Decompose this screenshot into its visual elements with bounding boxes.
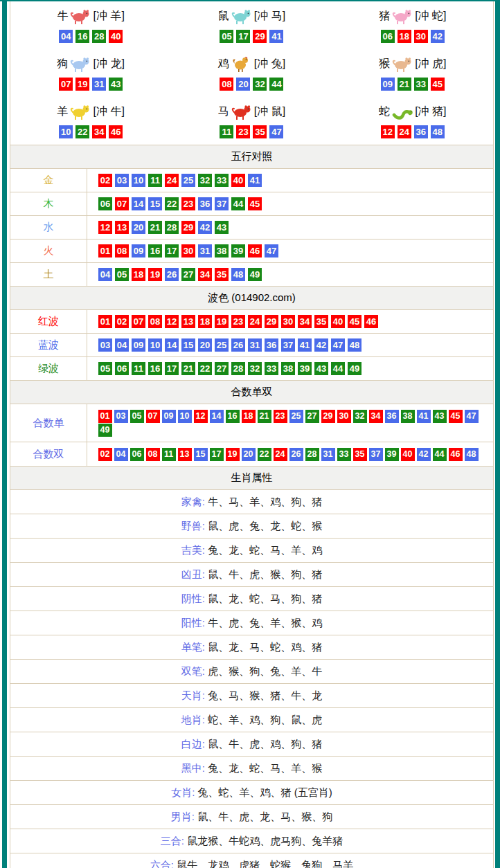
number-box: 30 <box>181 244 195 257</box>
number-box: 43 <box>215 221 229 234</box>
row-numbers: 0204060811131517192022242628313335373940… <box>87 442 493 466</box>
number-box: 10 <box>178 410 192 423</box>
number-box: 04 <box>98 268 112 281</box>
number-box: 10 <box>148 338 162 352</box>
number-box: 16 <box>226 410 240 423</box>
number-box: 23 <box>274 410 287 423</box>
number-box: 29 <box>253 30 267 43</box>
number-box: 16 <box>148 244 162 257</box>
number-box: 40 <box>331 315 345 328</box>
number-box: 46 <box>364 315 378 328</box>
number-box: 39 <box>298 362 312 375</box>
row-label: 金 <box>10 169 87 192</box>
attribute-row: 吉美: 兔、龙、蛇、马、羊、鸡 <box>10 539 493 563</box>
row-label: 合数单 <box>10 404 87 442</box>
number-box: 35 <box>314 315 328 328</box>
bose-rows: 红波0102070812131819232429303435404546蓝波03… <box>10 310 493 380</box>
zodiac-name: 羊 <box>57 105 68 119</box>
zodiac-grid: 牛 [冲 羊]04162840鼠 [冲 马]05172941猪 <box>10 1 493 145</box>
number-box: 25 <box>181 174 195 187</box>
zodiac-numbers: 10223446 <box>10 125 171 138</box>
zodiac-name: 狗 <box>57 57 68 71</box>
row-numbers: 02031011242532334041 <box>87 169 493 192</box>
number-box: 05 <box>115 268 129 281</box>
number-box: 23 <box>231 315 245 328</box>
attribute-label: 阴性: <box>181 593 208 604</box>
number-box: 15 <box>194 448 208 461</box>
number-box: 41 <box>269 30 283 43</box>
number-box: 07 <box>59 78 73 91</box>
number-box: 01 <box>98 410 112 423</box>
number-box: 13 <box>181 315 195 328</box>
row-label: 土 <box>10 263 87 286</box>
number-box: 03 <box>114 410 128 423</box>
zodiac-label: 猪 [冲 蛇] <box>332 2 493 30</box>
number-box: 08 <box>146 448 160 461</box>
number-box: 35 <box>253 125 267 138</box>
number-box: 26 <box>289 448 303 461</box>
number-box: 36 <box>265 338 278 352</box>
number-box: 27 <box>181 268 195 281</box>
number-box: 31 <box>248 338 262 352</box>
attribute-value: 鼠、虎、兔、龙、蛇、猴 <box>208 520 322 532</box>
number-box: 34 <box>369 410 383 423</box>
attribute-label: 三合: <box>161 835 187 847</box>
number-box: 05 <box>220 30 233 43</box>
number-box: 18 <box>198 315 212 328</box>
number-box: 13 <box>178 448 192 461</box>
attribute-value: 蛇、羊、鸡、狗、鼠、虎 <box>208 714 322 725</box>
zodiac-clash: [冲 蛇] <box>415 9 446 24</box>
number-box: 38 <box>401 410 415 423</box>
table-row: 蓝波03040910141520252631363741424748 <box>10 334 493 357</box>
zodiac-label: 猴 [冲 虎] <box>332 50 493 78</box>
number-box: 38 <box>215 244 229 257</box>
zodiac-label: 羊 [冲 牛] <box>10 98 171 125</box>
zodiac-cell-pig: 猪 [冲 蛇]06183042 <box>332 1 493 49</box>
table-row: 绿波05061116172122272832333839434449 <box>10 357 493 380</box>
number-box: 40 <box>401 448 415 461</box>
number-box: 09 <box>132 244 145 257</box>
attribute-value: 虎、猴、狗、兔、羊、牛 <box>208 665 322 677</box>
number-box: 10 <box>132 174 145 187</box>
number-box: 28 <box>92 30 106 43</box>
zodiac-clash: [冲 虎] <box>415 57 446 71</box>
dog-icon <box>70 55 91 73</box>
page-frame-top <box>0 0 500 1</box>
number-box: 14 <box>210 410 224 423</box>
table-row: 木06071415222336374445 <box>10 192 493 216</box>
attribute-value: 兔、马、猴、猪、牛、龙 <box>208 689 322 701</box>
number-box: 30 <box>337 410 351 423</box>
number-box: 39 <box>231 244 245 257</box>
number-box: 21 <box>181 362 195 375</box>
number-box: 29 <box>265 315 278 328</box>
number-box: 02 <box>98 174 112 187</box>
zodiac-label: 牛 [冲 羊] <box>10 2 171 30</box>
number-box: 04 <box>114 448 128 461</box>
table-row: 土04051819262734354849 <box>10 263 493 286</box>
number-box: 18 <box>132 268 145 281</box>
attribute-row: 天肖: 兔、马、猴、猪、牛、龙 <box>10 684 493 708</box>
number-box: 24 <box>274 448 287 461</box>
row-numbers: 05061116172122272832333839434449 <box>87 357 493 380</box>
zodiac-numbers: 04162840 <box>10 30 171 43</box>
attribute-row: 女肖: 兔、蛇、羊、鸡、猪 (五宫肖) <box>10 781 493 805</box>
number-box: 02 <box>98 448 112 461</box>
table-row: 合数双0204060811131517192022242628313335373… <box>10 442 493 466</box>
number-box: 40 <box>109 30 123 43</box>
section-header-heshu: 合数单双 <box>10 380 493 404</box>
page-frame-right <box>495 0 500 868</box>
number-box: 04 <box>115 338 129 352</box>
number-box: 48 <box>431 125 445 138</box>
zodiac-cell-snake: 蛇 [冲 猪]12243648 <box>332 97 493 145</box>
number-box: 05 <box>130 410 144 423</box>
number-box: 09 <box>132 338 145 352</box>
number-box: 19 <box>75 78 89 91</box>
attribute-row: 阳性: 牛、虎、兔、羊、猴、鸡 <box>10 611 493 635</box>
number-box: 41 <box>417 410 431 423</box>
zodiac-numbers: 11233547 <box>171 125 332 138</box>
attribute-value: 兔、龙、蛇、马、羊、鸡 <box>208 544 322 556</box>
number-box: 27 <box>305 410 319 423</box>
snake-icon <box>392 102 413 120</box>
number-box: 48 <box>465 448 479 461</box>
number-box: 22 <box>75 125 89 138</box>
